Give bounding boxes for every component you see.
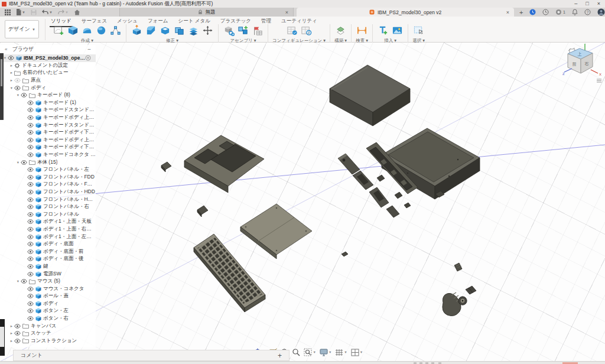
visibility-eye-icon[interactable] [27,316,34,321]
tree-item[interactable]: ボディ1・上面・天板 [0,218,96,226]
browser-minimize-icon[interactable]: − [87,46,91,53]
tree-item[interactable]: ボディ1・上面・左側面 [0,233,96,240]
visibility-eye-icon[interactable] [27,197,34,202]
visibility-eye-icon[interactable] [14,331,21,336]
visibility-eye-icon[interactable] [14,78,21,83]
tree-item[interactable]: フロントパネル・右 [0,203,96,211]
visibility-eye-icon[interactable] [27,294,34,298]
part-keyboard[interactable] [194,234,265,312]
tree-item[interactable]: ボディ1・上面・右側面 [0,226,96,233]
tree-item[interactable]: フロントパネル・左 [0,166,96,174]
tree-item[interactable]: フロントパネル [0,210,96,218]
tree-item[interactable]: ▸コンストラクション [0,337,96,345]
visibility-eye-icon[interactable] [27,256,34,261]
part-mouse-body[interactable] [443,292,461,316]
view-cube-body[interactable]: 上 前 右 [568,48,593,73]
chevron-down-icon[interactable]: ▾ [9,86,14,90]
visibility-eye-icon[interactable] [27,219,34,224]
visibility-eye-icon[interactable] [27,138,34,142]
tree-item[interactable]: キーボードボディ下面・分割右 [0,144,96,151]
part-small-clip-2[interactable] [395,192,402,199]
tree-item[interactable]: ▾IBM_PS2_model30_open v2 [0,54,96,62]
visibility-eye-icon[interactable] [27,227,34,232]
visibility-eye-icon[interactable] [27,287,34,291]
visibility-eye-icon[interactable] [21,279,27,284]
part-front-panel-left[interactable] [338,154,360,174]
part-mouse-connector[interactable] [454,263,462,271]
tree-item[interactable]: ▸スケッチ [0,330,96,337]
grid-and-snaps-button[interactable]: ▼ [334,348,348,357]
tree-item[interactable]: ▾ボディ [0,84,96,92]
tree-item[interactable]: ▸名前の付いたビュー [0,69,96,77]
tree-item[interactable]: キーボードボディ上面・分割右 [0,114,96,122]
tree-item[interactable]: ボタン・右 [0,315,96,323]
part-case-bottom-tray[interactable] [382,128,480,199]
view-cube[interactable]: 上 前 右 Z X [560,43,605,85]
tree-item[interactable]: 電源SW [0,270,96,278]
viewports-button[interactable]: ▼ [350,348,364,357]
tree-item[interactable]: ボディ・底面 [0,240,96,248]
part-fdd-bezel[interactable] [353,171,373,190]
tree-item[interactable]: ▸キャンバス [0,322,96,330]
visibility-eye-icon[interactable] [27,235,34,239]
chevron-right-icon[interactable]: ▸ [9,339,14,343]
visibility-eye-icon[interactable] [27,152,34,157]
visibility-eye-icon[interactable] [27,167,34,172]
tree-item[interactable]: フロントパネル・FDD [0,174,96,181]
visibility-eye-icon[interactable] [27,190,34,194]
tree-item[interactable]: キーボードスタンド左 (1) [0,121,96,129]
visibility-eye-icon[interactable] [27,212,34,217]
tree-item[interactable]: ボディ・底面・後 [0,255,96,263]
display-settings-button[interactable]: ▼ [318,348,333,357]
part-power-switch[interactable] [341,252,348,256]
chevron-right-icon[interactable]: ▸ [9,63,14,68]
chevron-right-icon[interactable]: ▸ [9,331,14,336]
visibility-eye-icon[interactable] [14,86,21,90]
part-small-clip-1[interactable] [377,175,385,181]
visibility-eye-icon[interactable] [21,93,27,98]
chevron-right-icon[interactable]: ▸ [9,324,14,329]
chevron-right-icon[interactable]: ▸ [9,70,14,75]
chevron-down-icon[interactable]: ▾ [15,279,21,284]
comment-bar[interactable]: コメント + [13,350,290,361]
visibility-eye-icon[interactable] [27,242,34,246]
tree-item[interactable]: 鍵 [0,263,96,271]
chevron-right-icon[interactable]: ▸ [9,78,14,83]
part-hdd-bezel[interactable] [369,187,389,207]
part-case-top-cover[interactable] [330,65,410,126]
tree-item[interactable]: フロントパネル・FDD・イジェクト... [0,181,96,188]
tree-item[interactable]: ボタン・左 [0,307,96,315]
visibility-eye-icon[interactable] [27,204,34,209]
tree-item[interactable]: ▾本体 (15) [0,158,96,166]
fit-button[interactable]: ▼ [302,347,317,357]
tree-item[interactable]: キーボードボディ上面・分割左 [0,136,96,144]
visibility-eye-icon[interactable] [27,301,34,306]
tree-item[interactable]: ▸ドキュメントの設定 [0,62,96,70]
part-small-block-1[interactable] [161,162,171,172]
add-comment-button[interactable]: + [278,352,282,360]
part-keyboard-plate[interactable] [240,204,312,259]
visibility-eye-icon[interactable] [27,123,34,128]
visibility-eye-icon[interactable] [21,160,27,165]
tree-item[interactable]: ▾キーボード (8) [0,92,96,99]
visibility-eye-icon[interactable] [27,100,34,105]
visibility-eye-icon[interactable] [27,308,34,313]
chevron-down-icon[interactable]: ▾ [15,93,21,98]
visibility-eye-icon[interactable] [27,175,34,180]
tree-item[interactable]: キーボードスタンド右 (1) [0,106,96,114]
tree-item[interactable]: ▾マウス (5) [0,278,96,285]
visibility-eye-icon[interactable] [27,182,34,187]
visibility-eye-icon[interactable] [14,324,21,329]
visibility-eye-icon[interactable] [8,56,14,60]
part-small-clip-3[interactable] [404,203,411,208]
visibility-eye-icon[interactable] [27,130,34,135]
part-small-block-2[interactable] [197,206,208,217]
browser-collapse-icon[interactable]: « [5,47,7,52]
part-mouse-buttons[interactable] [466,286,476,294]
tree-item[interactable]: フロントパネル・HDD・LED [0,196,96,203]
visibility-eye-icon[interactable] [27,145,34,150]
activate-component-radio[interactable] [85,55,91,61]
tree-item[interactable]: ボディ [0,300,96,308]
visibility-eye-icon[interactable] [27,249,34,254]
tree-item[interactable]: キーボード (1) [0,99,96,107]
